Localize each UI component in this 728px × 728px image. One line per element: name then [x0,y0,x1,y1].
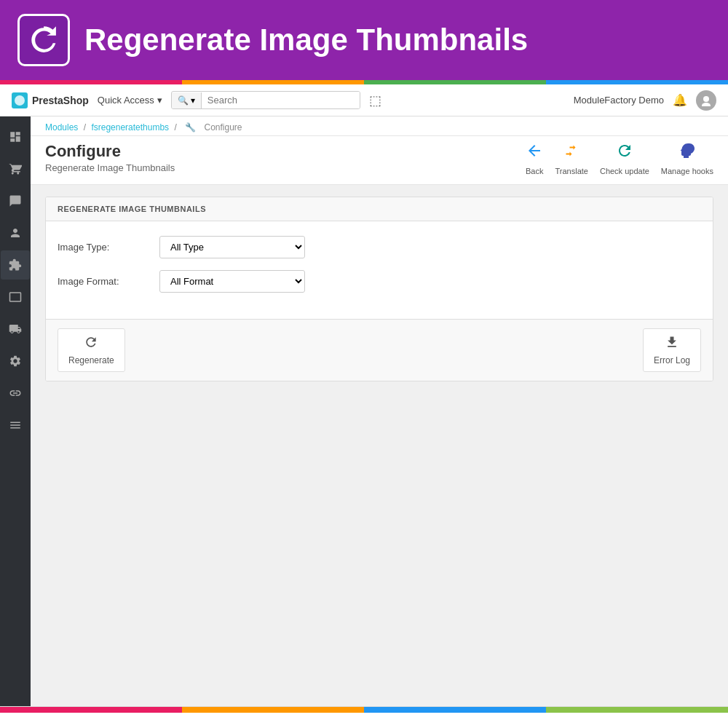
regenerate-label: Regenerate [68,355,114,365]
topnav-right: ModuleFactory Demo 🔔 [574,90,716,111]
sidebar [0,116,31,706]
user-avatar[interactable] [696,90,716,111]
panel-footer: Regenerate Error Log [46,319,713,381]
quick-access-chevron: ▾ [157,95,162,106]
header-icon-wrapper [17,14,70,66]
breadcrumb-module-name[interactable]: fsregeneratethumbs [91,122,169,132]
image-type-label: Image Type: [58,242,159,253]
translate-icon [563,142,580,164]
sidebar-item-design[interactable] [1,282,30,312]
sidebar-item-orders[interactable] [1,154,30,183]
header-banner: Regenerate Image Thumbnails [0,0,728,80]
breadcrumb-configure: Configure [204,122,242,132]
topnav: PrestaShop Quick Access ▾ 🔍 ▾ ⬚ ModuleFa… [0,84,728,116]
quick-access-label: Quick Access [98,95,154,106]
search-input[interactable] [202,92,360,108]
image-format-select[interactable]: All Format jpg png webp [159,270,305,293]
main-layout: Modules / fsregeneratethumbs / 🔧 Configu… [0,116,728,706]
errorlog-icon [665,335,679,353]
refresh-icon [28,24,60,56]
config-panel: REGENERATE IMAGE THUMBNAILS Image Type: … [45,197,713,381]
color-bar-top [0,80,728,84]
search-type-dropdown[interactable]: 🔍 ▾ [172,92,202,108]
sidebar-item-menu[interactable] [1,411,30,440]
logo-icon [12,92,28,108]
prestashop-logo[interactable]: PrestaShop [12,92,89,108]
color-bar-bottom [0,707,728,713]
panel-header: REGENERATE IMAGE THUMBNAILS [46,197,713,221]
breadcrumb-configure-icon: 🔧 [185,122,196,132]
back-icon [526,142,543,164]
image-type-select[interactable]: All Type products categories manufacture… [159,236,305,258]
regenerate-icon [84,335,98,353]
svg-point-2 [702,103,711,106]
svg-point-0 [15,95,25,106]
page-subtitle: Regenerate Image Thumbnails [45,162,175,173]
logout-icon[interactable]: ⬚ [369,92,381,108]
sidebar-item-catalog[interactable] [1,186,30,215]
translate-button[interactable]: Translate [555,142,587,175]
sidebar-item-settings[interactable] [1,347,30,376]
check-update-button[interactable]: Check update [600,142,649,175]
action-buttons: Back Translate Check update [526,142,713,175]
manage-hooks-label: Manage hooks [661,167,713,175]
regenerate-button[interactable]: Regenerate [58,328,125,372]
logo-text: PrestaShop [32,95,89,106]
footer-content: DEVELOPED BY MODULE FACTORY [0,713,728,728]
breadcrumb-area: Modules / fsregeneratethumbs / 🔧 Configu… [31,116,728,136]
main-content: Modules / fsregeneratethumbs / 🔧 Configu… [31,116,728,706]
translate-label: Translate [555,167,587,175]
check-update-icon [616,142,633,164]
error-log-button[interactable]: Error Log [643,328,701,372]
bell-icon[interactable]: 🔔 [673,93,687,107]
sidebar-item-advanced[interactable] [1,379,30,408]
manage-hooks-button[interactable]: Manage hooks [661,142,713,175]
user-name: ModuleFactory Demo [574,95,664,106]
footer: DEVELOPED BY MODULE FACTORY [0,706,728,728]
sidebar-item-dashboard[interactable] [1,122,30,151]
page-title: Configure [45,142,175,161]
manage-hooks-icon [678,142,696,164]
content-area: REGENERATE IMAGE THUMBNAILS Image Type: … [31,185,728,393]
sidebar-item-modules[interactable] [1,250,30,280]
error-log-label: Error Log [654,355,690,365]
panel-body: Image Type: All Type products categories… [46,221,713,319]
back-button[interactable]: Back [526,142,543,175]
page-main-title: Regenerate Image Thumbnails [84,23,528,58]
breadcrumb: Modules / fsregeneratethumbs / 🔧 Configu… [45,122,713,132]
breadcrumb-modules[interactable]: Modules [45,122,78,132]
check-update-label: Check update [600,167,649,175]
search-bar: 🔍 ▾ [171,91,360,109]
image-type-row: Image Type: All Type products categories… [58,236,701,258]
sidebar-item-shipping[interactable] [1,314,30,344]
svg-point-1 [703,96,709,102]
image-format-label: Image Format: [58,276,159,287]
search-icon: 🔍 [178,95,189,106]
image-format-row: Image Format: All Format jpg png webp [58,270,701,293]
quick-access-menu[interactable]: Quick Access ▾ [98,95,162,106]
page-title-block: Configure Regenerate Image Thumbnails [45,142,175,173]
page-header: Configure Regenerate Image Thumbnails Ba… [31,136,728,185]
sidebar-item-customers[interactable] [1,218,30,248]
back-label: Back [526,167,543,175]
